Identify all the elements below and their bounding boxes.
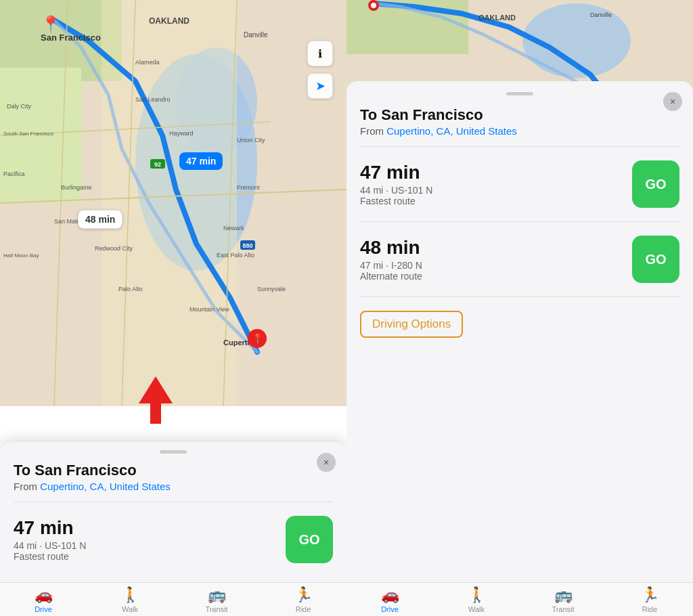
svg-text:Alameda: Alameda xyxy=(135,59,160,66)
route-label-text-1-left: Fastest route xyxy=(14,551,86,562)
map-svg: San Francisco OAKLAND Danville Daly City… xyxy=(0,0,346,406)
from-prefix-right: From xyxy=(360,125,386,137)
from-link-right[interactable]: Cupertino, CA, United States xyxy=(386,125,517,137)
route-label-text-1-right: Fastest route xyxy=(360,196,432,206)
route-label-text-2-right: Alternate route xyxy=(360,271,422,282)
drag-handle-right[interactable] xyxy=(506,92,533,95)
origin-pin: 📍 xyxy=(41,15,61,34)
route-row-2-right: 48 min 47 mi · I-280 N Alternate route G… xyxy=(360,230,679,288)
info-button[interactable]: ℹ xyxy=(307,41,333,66)
tab-ride-label-right: Ride xyxy=(642,605,658,613)
svg-text:880: 880 xyxy=(242,242,252,249)
tab-bar-left: 🚗 Drive 🚶 Walk 🚌 Transit 🏃 Ride xyxy=(0,582,346,616)
go-button-left[interactable]: GO xyxy=(286,516,333,563)
route-row-1-right: 47 min 44 mi · US-101 N Fastest route GO xyxy=(360,155,679,213)
svg-text:OAKLAND: OAKLAND xyxy=(478,14,516,22)
tab-drive-label-left: Drive xyxy=(35,605,52,613)
from-prefix-left: From xyxy=(14,481,40,492)
route-details-1-right: 44 mi · US-101 N xyxy=(360,185,432,196)
svg-text:Danville: Danville xyxy=(590,12,612,18)
destination-title-left: To San Francisco xyxy=(14,462,333,479)
tab-walk-left[interactable]: 🚶 Walk xyxy=(87,586,173,613)
transit-icon-left: 🚌 xyxy=(208,586,226,604)
walk-icon-right: 🚶 xyxy=(468,586,486,604)
left-map: San Francisco OAKLAND Danville Daly City… xyxy=(0,0,346,406)
destination-title-right: To San Francisco xyxy=(360,106,679,124)
svg-rect-5 xyxy=(102,0,237,406)
svg-text:Mountain View: Mountain View xyxy=(189,306,229,313)
go-button-1-right[interactable]: GO xyxy=(632,160,679,208)
close-button-right[interactable]: × xyxy=(663,92,682,111)
route-info-2-right: 48 min 47 mi · I-280 N Alternate route xyxy=(360,237,422,282)
divider-right-1 xyxy=(360,146,679,147)
route-label-fastest: 47 min xyxy=(179,152,223,170)
direction-arrow xyxy=(135,376,176,426)
svg-text:Hayward: Hayward xyxy=(169,130,194,137)
tab-ride-label-left: Ride xyxy=(296,605,311,613)
left-panel: San Francisco OAKLAND Danville Daly City… xyxy=(0,0,346,616)
transit-icon-right: 🚌 xyxy=(554,586,573,604)
tab-drive-left[interactable]: 🚗 Drive xyxy=(0,586,87,613)
go-button-2-right[interactable]: GO xyxy=(632,236,679,283)
tab-walk-label-left: Walk xyxy=(122,605,138,613)
close-button-left[interactable]: × xyxy=(317,453,336,472)
tab-transit-right[interactable]: 🚌 Transit xyxy=(520,586,606,613)
svg-text:Union City: Union City xyxy=(237,137,265,144)
walk-icon-left: 🚶 xyxy=(121,586,139,604)
right-panel: OAKLAND Danville × To San Francisco From… xyxy=(346,0,693,616)
svg-text:Danville: Danville xyxy=(244,31,268,39)
driving-options-button[interactable]: Driving Options xyxy=(360,311,463,338)
route-info-1-right: 47 min 44 mi · US-101 N Fastest route xyxy=(360,162,432,206)
svg-text:Pacifica: Pacifica xyxy=(3,171,25,177)
svg-text:Fremont: Fremont xyxy=(237,184,260,191)
tab-walk-label-right: Walk xyxy=(468,605,485,613)
svg-text:Redwood City: Redwood City xyxy=(95,245,133,252)
ride-icon-left: 🏃 xyxy=(294,586,313,604)
svg-text:92: 92 xyxy=(154,161,161,168)
tab-bar-right: 🚗 Drive 🚶 Walk 🚌 Transit 🏃 Ride xyxy=(346,582,693,616)
route-time-1-right: 47 min xyxy=(360,162,432,183)
tab-transit-left[interactable]: 🚌 Transit xyxy=(173,586,260,613)
tab-ride-left[interactable]: 🏃 Ride xyxy=(260,586,346,613)
svg-point-46 xyxy=(371,3,376,8)
tab-transit-label-right: Transit xyxy=(552,605,574,613)
svg-text:East Palo Alto: East Palo Alto xyxy=(217,252,254,259)
svg-text:Newark: Newark xyxy=(223,225,244,232)
svg-text:San Leandro: San Leandro xyxy=(135,96,171,103)
route-details-2-right: 47 mi · I-280 N xyxy=(360,260,422,271)
svg-marker-38 xyxy=(139,376,173,424)
drag-handle-left[interactable] xyxy=(160,450,187,454)
svg-text:OAKLAND: OAKLAND xyxy=(149,16,189,26)
route-row-1-left: 47 min 44 mi · US-101 N Fastest route GO xyxy=(14,510,333,569)
tab-transit-label-left: Transit xyxy=(205,605,227,613)
origin-label-left: From Cupertino, CA, United States xyxy=(14,481,333,492)
bottom-sheet-left: × To San Francisco From Cupertino, CA, U… xyxy=(0,442,346,582)
tab-drive-right[interactable]: 🚗 Drive xyxy=(346,586,433,613)
from-link-left[interactable]: Cupertino, CA, United States xyxy=(40,481,171,492)
location-button[interactable]: ➤ xyxy=(307,73,333,99)
svg-text:Half Moon Bay: Half Moon Bay xyxy=(3,252,39,259)
svg-text:Daly City: Daly City xyxy=(7,103,32,110)
tab-ride-right[interactable]: 🏃 Ride xyxy=(606,586,693,613)
svg-text:📍: 📍 xyxy=(252,333,264,345)
origin-label-right: From Cupertino, CA, United States xyxy=(360,125,679,137)
route-details-1-left: 44 mi · US-101 N xyxy=(14,540,86,551)
divider-right-2 xyxy=(360,221,679,222)
route-time-1-left: 47 min xyxy=(14,517,86,539)
route-label-alternate: 48 min xyxy=(78,210,122,229)
tab-drive-label-right: Drive xyxy=(381,605,399,613)
route-time-2-right: 48 min xyxy=(360,237,422,259)
drive-icon-right: 🚗 xyxy=(381,586,399,604)
svg-text:Burlingame: Burlingame xyxy=(61,184,92,191)
drive-icon-left: 🚗 xyxy=(35,586,53,604)
svg-text:South San Francisco: South San Francisco xyxy=(3,131,54,137)
ride-icon-right: 🏃 xyxy=(641,586,659,604)
svg-text:Sunnyvale: Sunnyvale xyxy=(257,286,286,292)
divider-left xyxy=(14,502,333,502)
tab-walk-right[interactable]: 🚶 Walk xyxy=(433,586,520,613)
svg-text:San Francisco: San Francisco xyxy=(41,32,101,43)
route-info-1-left: 47 min 44 mi · US-101 N Fastest route xyxy=(14,517,86,562)
svg-text:Palo Alto: Palo Alto xyxy=(118,286,143,292)
divider-right-3 xyxy=(360,296,679,297)
right-sheet: × To San Francisco From Cupertino, CA, U… xyxy=(346,81,693,582)
